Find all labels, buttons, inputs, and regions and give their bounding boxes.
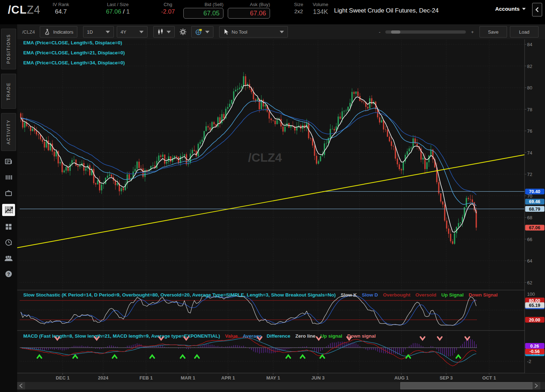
time-axis-label: 2024	[98, 375, 109, 381]
drawing-tools-dropdown[interactable]	[191, 26, 213, 38]
price-axis-label: 82	[527, 64, 532, 69]
size-field: Size 2x2	[291, 2, 307, 14]
indicators-flask-icon	[44, 29, 50, 35]
ask-button[interactable]: 67.06	[228, 8, 270, 19]
volume-value: 134K	[309, 8, 332, 16]
timeframe-dropdown[interactable]: 1D	[83, 26, 114, 38]
iv-rank-value: 64.7	[46, 8, 76, 15]
price-axis-label: 74	[527, 150, 532, 156]
price-axis-label: 64	[527, 258, 532, 264]
symbol: /CLZ4	[8, 4, 40, 16]
history-icon[interactable]	[3, 237, 14, 248]
help-icon[interactable]: ?	[3, 269, 14, 279]
chart-toolbar: /CLZ4 Indicators 1D 4Y No T	[17, 24, 545, 40]
contacts-icon[interactable]	[3, 253, 14, 263]
time-axis-label: SEP 3	[440, 375, 453, 381]
chart-type-dropdown[interactable]	[153, 26, 175, 38]
quote-header: /CLZ4 IV Rank 64.7 Last / Size 67.06 / 1…	[0, 0, 545, 24]
svg-text:65.19: 65.19	[529, 303, 540, 308]
chg-value: -2.07	[157, 8, 179, 15]
macd-header: MACD (Fast length=8, Slow length=21, MAC…	[23, 333, 376, 339]
scroll-right-button[interactable]	[532, 382, 540, 389]
last-size: 1	[126, 8, 130, 15]
toolbar-symbol-label: /CLZ4	[22, 29, 35, 35]
cursor-icon	[223, 29, 229, 35]
last-price: 67.06	[106, 8, 121, 15]
ema-label: EMA (Price=CLOSE, Length=34, Displace=0)	[23, 60, 125, 65]
h-scrollbar-thumb[interactable]	[401, 382, 532, 389]
charts-icon[interactable]	[2, 204, 15, 216]
price-axis-label: 62	[527, 280, 532, 285]
watchlist-icon[interactable]	[3, 172, 14, 182]
chevron-down-icon	[106, 31, 110, 33]
ask-field: Ask (Buy) 67.06	[228, 2, 270, 19]
range-dropdown[interactable]: 4Y	[117, 26, 148, 38]
accounts-menu[interactable]: Accounts	[495, 6, 526, 12]
collapse-panel-button[interactable]	[532, 3, 542, 16]
tab-activity[interactable]: ACTIVITY	[1, 113, 16, 151]
time-axis-label: MAR 1	[181, 375, 195, 381]
zoom-slider-thumb[interactable]	[391, 30, 400, 34]
time-axis-label: JUN 3	[312, 375, 325, 381]
indicators-button[interactable]: Indicators	[40, 26, 77, 38]
size-value: 2x2	[291, 8, 307, 14]
svg-text:-0.56: -0.56	[530, 349, 540, 354]
svg-text:67.06: 67.06	[529, 225, 540, 230]
chg-field: Chg -2.07	[157, 2, 179, 15]
stoch-axis-label: 100	[527, 291, 535, 297]
grid-icon[interactable]	[3, 222, 14, 232]
stochastic-header: Slow Stochastic (K Period=14, D Period=9…	[23, 292, 498, 298]
news-icon[interactable]	[3, 157, 14, 167]
chevron-down-icon	[280, 31, 284, 33]
scroll-left-button[interactable]	[17, 382, 25, 389]
symbol-suffix: Z4	[27, 4, 40, 16]
time-axis-label: OCT 1	[482, 375, 496, 381]
time-axis-label: APR 1	[221, 375, 235, 381]
svg-text:68.79: 68.79	[529, 207, 540, 212]
price-axis-label: 80	[527, 85, 532, 90]
time-axis-label: AUG 1	[394, 375, 409, 381]
chart-zoom-control: - +	[379, 29, 474, 35]
time-axis-strip	[17, 373, 545, 382]
chart-settings-gear-icon[interactable]	[178, 27, 188, 37]
ema-label: EMA (Price=CLOSE, Length=5, Displace=0)	[23, 40, 122, 45]
save-button[interactable]: Save	[479, 26, 507, 38]
svg-text:70.40: 70.40	[529, 189, 540, 194]
trading-app: { "header": { "symbol_root": "/CL", "sym…	[0, 0, 545, 392]
ema-label: EMA (Price=CLOSE, Length=21, Displace=0)	[23, 50, 125, 55]
chevron-down-icon	[167, 31, 171, 33]
price-axis-label: 84	[527, 42, 532, 47]
tv-icon[interactable]	[3, 188, 14, 198]
bid-field: Bid (Sell) 67.05	[183, 2, 223, 19]
svg-text:20.00: 20.00	[529, 318, 540, 323]
macd-axis-label: -2	[527, 359, 531, 364]
chart-canvas[interactable]: /CLZ4EMA (Price=CLOSE, Length=5, Displac…	[17, 39, 545, 392]
chevron-down-icon	[139, 31, 144, 33]
chevron-down-icon	[205, 31, 209, 33]
load-button[interactable]: Load	[510, 26, 539, 38]
candlestick-chart-icon	[157, 28, 164, 35]
tab-trade[interactable]: TRADE	[1, 74, 16, 109]
chart-watermark: /CLZ4	[248, 151, 282, 164]
chevron-left-icon	[535, 7, 539, 13]
chevron-down-icon	[522, 8, 526, 10]
symbol-root: /CL	[8, 4, 27, 16]
zoom-in-button[interactable]: +	[471, 29, 474, 35]
svg-text:0.26: 0.26	[530, 344, 539, 349]
active-tool-dropdown[interactable]: No Tool	[219, 26, 288, 38]
zoom-out-button[interactable]: -	[379, 29, 380, 35]
tab-positions[interactable]: POSITIONS	[1, 29, 16, 69]
instrument-title: Light Sweet Crude Oil Futures, Dec-24	[334, 7, 439, 14]
zoom-slider-track[interactable]	[385, 30, 466, 34]
last-size-field: Last / Size 67.06 / 1	[91, 2, 144, 15]
svg-text:69.46: 69.46	[529, 199, 540, 204]
time-axis-label: FEB 1	[140, 375, 153, 381]
bid-button[interactable]: 67.05	[183, 8, 223, 19]
drawing-tools-icon	[195, 28, 202, 35]
time-axis-label: DEC 1	[56, 375, 69, 381]
left-sidebar: POSITIONS TRADE ACTIVITY ?	[0, 24, 17, 392]
time-axis-label: MAY 1	[266, 375, 280, 381]
price-axis-label: 76	[527, 128, 532, 134]
iv-rank-field: IV Rank 64.7	[46, 2, 76, 15]
price-axis-label: 66	[527, 237, 532, 242]
